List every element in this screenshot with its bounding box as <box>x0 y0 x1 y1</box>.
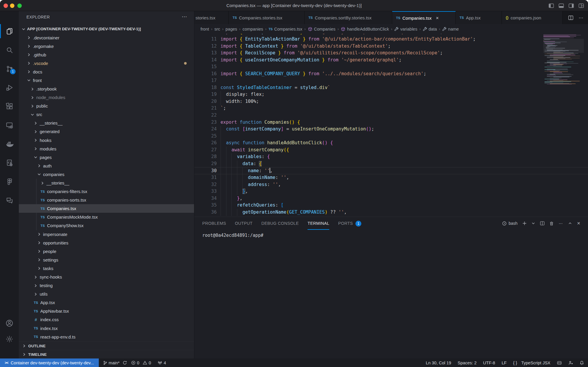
forwarded-ports-item[interactable]: 4 <box>158 361 166 365</box>
code-line-31[interactable]: 31 domainName: '', <box>194 174 588 181</box>
code-line-24[interactable]: 24 const [insertCompany] = useInsertOneC… <box>194 126 588 133</box>
code-line-34[interactable]: 34 }, <box>194 195 588 202</box>
line-number[interactable]: 21 <box>194 105 217 112</box>
tree-item-tasks[interactable]: tasks <box>19 264 194 273</box>
figma-icon[interactable] <box>0 174 19 189</box>
code-line-14[interactable]: 14import { useInsertOneCompanyMutation }… <box>194 57 588 64</box>
search-icon[interactable] <box>0 42 19 58</box>
toggle-secondary-sidebar-icon[interactable] <box>569 4 574 8</box>
tree-item-pages[interactable]: pages <box>19 153 194 162</box>
tree-item-companies-filters.tsx[interactable]: TScompanies-filters.tsx <box>19 187 194 196</box>
line-number[interactable]: 17 <box>194 77 217 84</box>
code-line-22[interactable]: 22 <box>194 112 588 119</box>
tab-debug-console[interactable]: DEBUG CONSOLE <box>261 217 299 230</box>
explorer-icon[interactable] <box>0 24 19 39</box>
editor-tab-Companies.stories.tsx[interactable]: TSCompanies.stories.tsx <box>229 11 305 24</box>
code-line-30[interactable]: 30 name: '', <box>194 167 588 174</box>
tree-item-companies[interactable]: companies <box>19 170 194 179</box>
code-line-36[interactable]: 36 getOperationName(GET_COMPANIES) ?? ''… <box>194 209 588 216</box>
editor-tab-Companies.tsx[interactable]: TSCompanies.tsx✕ <box>392 11 456 24</box>
feedback-person-icon[interactable] <box>568 361 573 365</box>
language-mode-item[interactable]: { } TypeScript JSX <box>513 361 550 365</box>
new-terminal-icon[interactable] <box>522 221 527 225</box>
breadcrumb-item-Companies[interactable]: Companies <box>308 27 335 31</box>
code-line-13[interactable]: 13import { RecoilScope } from '@/ui/util… <box>194 50 588 57</box>
line-number[interactable]: 19 <box>194 91 217 98</box>
breadcrumb-item-variables[interactable]: variables <box>394 27 417 31</box>
tree-item-opportunities[interactable]: opportunities <box>19 239 194 247</box>
code-line-25[interactable]: 25 <box>194 133 588 140</box>
line-number[interactable]: 28 <box>194 153 217 160</box>
line-number[interactable]: 16 <box>194 71 217 78</box>
line-number[interactable]: 27 <box>194 147 217 154</box>
tree-item-src[interactable]: src <box>19 110 194 119</box>
line-number[interactable]: 30 <box>194 167 217 175</box>
git-branch-item[interactable]: main* <box>103 361 120 365</box>
extensions-icon[interactable] <box>0 99 19 114</box>
line-number[interactable]: 26 <box>194 140 217 147</box>
code-line-27[interactable]: 27 await insertCompany({ <box>194 147 588 154</box>
tree-item-index.css[interactable]: #index.css <box>19 315 194 324</box>
tree-item-people[interactable]: people <box>19 247 194 256</box>
code-line-21[interactable]: 21`; <box>194 105 588 112</box>
line-number[interactable]: 11 <box>194 36 217 43</box>
tab-problems[interactable]: PROBLEMS <box>202 217 226 230</box>
tree-item-auth[interactable]: auth <box>19 162 194 170</box>
code-editor[interactable]: 10import { WithTopBarContainer } from '@… <box>194 34 588 217</box>
terminal-prompt[interactable]: root@0a42ecd84891:/app# <box>202 232 263 239</box>
indentation-item[interactable]: Spaces: 2 <box>458 361 477 365</box>
split-editor-icon[interactable] <box>568 16 573 20</box>
breadcrumb-item-pages[interactable]: pages <box>225 27 237 31</box>
toggle-panel-icon[interactable] <box>559 4 564 8</box>
code-line-18[interactable]: 18const StyledTableContainer = styled.di… <box>194 84 588 91</box>
tree-item-node_modules[interactable]: node_modules <box>19 93 194 102</box>
code-line-32[interactable]: 32 address: '', <box>194 181 588 188</box>
tree-item-.ergomake[interactable]: .ergomake <box>19 42 194 51</box>
tree-item-Companies.tsx[interactable]: TSCompanies.tsx <box>19 204 194 213</box>
breadcrumb-item-companies[interactable]: companies <box>243 27 263 31</box>
tree-item-App.tsx[interactable]: TSApp.tsx <box>19 298 194 307</box>
timeline-section[interactable]: TIMELINE <box>19 350 194 358</box>
tree-item-settings[interactable]: settings <box>19 256 194 264</box>
code-line-26[interactable]: 26 async function handleAddButtonClick()… <box>194 140 588 147</box>
line-number[interactable]: 35 <box>194 202 217 209</box>
tree-item-hooks[interactable]: hooks <box>19 136 194 145</box>
editor-more-actions-icon[interactable]: ⋯ <box>579 15 584 21</box>
eol-item[interactable]: LF <box>502 361 507 365</box>
line-number[interactable]: 10 <box>194 34 217 36</box>
line-number[interactable]: 33 <box>194 188 217 195</box>
line-number[interactable]: 22 <box>194 112 217 119</box>
line-number[interactable]: 29 <box>194 160 217 167</box>
breadcrumb-item-front[interactable]: front <box>201 27 209 31</box>
line-number[interactable]: 15 <box>194 63 217 71</box>
editor-tab-stories.tsx[interactable]: stories.tsx <box>194 11 229 24</box>
line-number[interactable]: 14 <box>194 57 217 64</box>
code-line-16[interactable]: 16import { SEARCH_COMPANY_QUERY } from '… <box>194 71 588 78</box>
tree-item-.vscode[interactable]: .vscode <box>19 59 194 68</box>
tab-output[interactable]: OUTPUT <box>235 217 253 230</box>
editor-tab-companies.json[interactable]: {}companies.json <box>502 11 563 24</box>
line-number[interactable]: 32 <box>194 181 217 188</box>
tree-item-react-app-env.d.ts[interactable]: TSreact-app-env.d.ts <box>19 333 194 341</box>
code-line-11[interactable]: 11import { EntityTableActionBar } from '… <box>194 36 588 43</box>
terminal-dropdown-icon[interactable] <box>532 222 535 225</box>
remote-indicator[interactable]: >< Container dev-twenty-dev (dev-twenty-… <box>0 358 99 367</box>
code-line-12[interactable]: 12import { TableContext } from '@/ui/tab… <box>194 43 588 50</box>
line-number[interactable]: 12 <box>194 43 217 50</box>
tab-terminal[interactable]: TERMINAL <box>308 217 329 230</box>
dev-containers-icon[interactable] <box>0 155 19 170</box>
tree-item-modules[interactable]: modules <box>19 145 194 153</box>
maximize-panel-icon[interactable] <box>568 222 572 225</box>
line-number[interactable]: 13 <box>194 50 217 57</box>
tree-item-AppNavbar.tsx[interactable]: TSAppNavbar.tsx <box>19 307 194 315</box>
outline-section[interactable]: OUTLINE <box>19 341 194 350</box>
line-number[interactable]: 25 <box>194 133 217 140</box>
code-line-15[interactable]: 15 <box>194 63 588 71</box>
close-panel-icon[interactable]: ✕ <box>577 221 580 226</box>
tree-item-sync-hooks[interactable]: sync-hooks <box>19 273 194 281</box>
code-line-35[interactable]: 35 refetchQueries: [ <box>194 202 588 209</box>
code-line-20[interactable]: 20 width: 100%; <box>194 98 588 105</box>
panel-more-actions-icon[interactable]: ⋯ <box>559 221 563 226</box>
tree-item-index.tsx[interactable]: TSindex.tsx <box>19 324 194 333</box>
remote-explorer-icon[interactable] <box>0 118 19 133</box>
